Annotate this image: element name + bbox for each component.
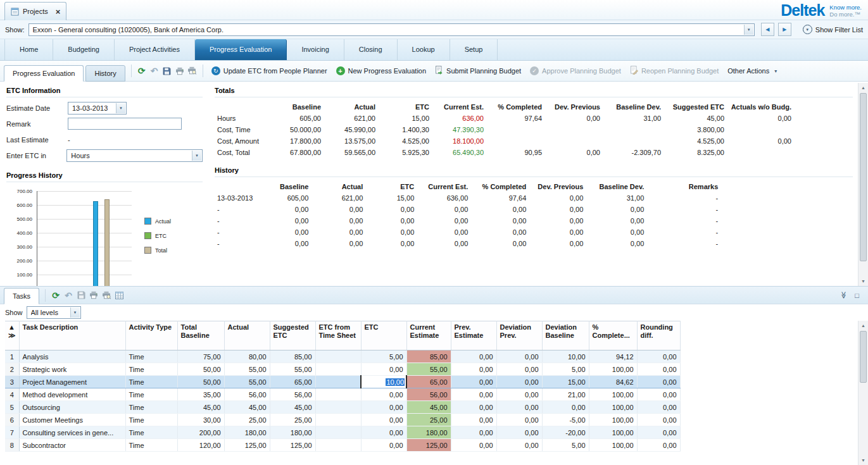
tab-closing[interactable]: Closing — [344, 39, 398, 60]
cell-deviation-baseline[interactable]: 5,00 — [542, 363, 589, 376]
cell-etc[interactable]: 0,00 — [361, 363, 406, 376]
column-header-deviation-baseline[interactable]: Deviation Baseline — [542, 321, 589, 350]
cell-percent-complete[interactable]: 94,12 — [589, 350, 637, 363]
upper-pane-scrollbar[interactable]: ▲ ▼ — [858, 83, 868, 286]
cell-actual[interactable]: 25,00 — [224, 414, 270, 426]
cell-rounding-diff[interactable]: 0,00 — [637, 426, 680, 439]
cell-current-estimate[interactable]: 56,00 — [406, 388, 451, 401]
cell-deviation-prev[interactable]: 0,00 — [496, 376, 542, 388]
cell-task-description[interactable]: Strategic work — [19, 363, 125, 376]
cell-task-description[interactable]: Customer Meetings — [19, 414, 125, 426]
cell-suggested-etc[interactable]: 180,00 — [270, 426, 315, 439]
task-row[interactable]: 4Method developmentTime35,0056,0056,000,… — [5, 388, 680, 401]
column-header-etc[interactable]: ETC — [361, 321, 406, 350]
task-row[interactable]: 7Consulting services in gene...Time200,0… — [5, 426, 680, 439]
column-header-activity-type[interactable]: Activity Type — [125, 321, 177, 350]
cell-etc[interactable]: 0,00 — [361, 414, 406, 426]
new-progress-evaluation-button[interactable]: + New Progress Evaluation — [332, 66, 431, 75]
estimate-date-select[interactable]: 13-03-2013 ▼ — [68, 102, 127, 115]
cell-activity-type[interactable]: Time — [125, 350, 177, 363]
cell-percent-complete[interactable]: 100,00 — [589, 401, 637, 414]
cell-rounding-diff[interactable]: 0,00 — [637, 350, 680, 363]
show-filter-list-button[interactable]: ▼ Show Filter List — [803, 25, 863, 34]
task-row[interactable]: 2Strategic workTime50,0055,0055,000,0055… — [5, 363, 680, 376]
column-header-actual[interactable]: Actual — [224, 321, 270, 350]
cell-rounding-diff[interactable]: 0,00 — [637, 439, 680, 452]
refresh-icon[interactable]: ⟳ — [135, 64, 148, 78]
dropdown-arrow-icon[interactable]: ▼ — [70, 307, 80, 318]
cell-total-baseline[interactable]: 200,00 — [177, 426, 224, 439]
cell-deviation-prev[interactable]: 0,00 — [496, 414, 542, 426]
cell-suggested-etc[interactable]: 45,00 — [270, 401, 315, 414]
cell-task-description[interactable]: Method development — [19, 388, 125, 401]
cell-total-baseline[interactable]: 75,00 — [177, 350, 224, 363]
cell-actual[interactable]: 55,00 — [224, 376, 270, 388]
cell-current-estimate[interactable]: 125,00 — [406, 439, 451, 452]
cell-deviation-prev[interactable]: 0,00 — [496, 401, 542, 414]
cell-prev-estimate[interactable]: 0,00 — [451, 426, 496, 439]
cell-prev-estimate[interactable]: 0,00 — [451, 376, 496, 388]
project-selector[interactable]: Exxon - General consulting (1020005), Ba… — [28, 23, 755, 36]
cell-row-number[interactable]: 7 — [5, 426, 19, 439]
cell-current-estimate[interactable]: 55,00 — [406, 363, 451, 376]
cell-prev-estimate[interactable]: 0,00 — [451, 401, 496, 414]
collapse-panel-icon[interactable]: ≫ — [840, 292, 848, 299]
print-icon[interactable] — [87, 288, 100, 302]
etc-edit-cell[interactable]: 10,00 — [361, 376, 406, 388]
column-header-suggested-etc[interactable]: Suggested ETC — [270, 321, 315, 350]
cell-deviation-prev[interactable]: 0,00 — [496, 363, 542, 376]
print-preview-icon[interactable] — [100, 288, 113, 302]
next-record-button[interactable]: ▶ — [778, 23, 791, 36]
cell-etc-from-time-sheet[interactable] — [315, 439, 361, 452]
cell-activity-type[interactable]: Time — [125, 439, 177, 452]
cell-row-number[interactable]: 1 — [5, 350, 19, 363]
cell-actual[interactable]: 80,00 — [224, 350, 270, 363]
refresh-icon[interactable]: ⟳ — [49, 288, 62, 302]
cell-activity-type[interactable]: Time — [125, 426, 177, 439]
cell-etc-from-time-sheet[interactable] — [315, 388, 361, 401]
cell-prev-estimate[interactable]: 0,00 — [451, 439, 496, 452]
column-header-prev-estimate[interactable]: Prev. Estimate — [451, 321, 496, 350]
task-row[interactable]: 5OutsourcingTime45,0045,0045,000,0045,00… — [5, 401, 680, 414]
tab-budgeting[interactable]: Budgeting — [53, 39, 115, 60]
cell-prev-estimate[interactable]: 0,00 — [451, 363, 496, 376]
cell-suggested-etc[interactable]: 65,00 — [270, 376, 315, 388]
tab-lookup[interactable]: Lookup — [398, 39, 450, 60]
column-header-current-estimate[interactable]: Current Estimate — [406, 321, 451, 350]
cell-row-number[interactable]: 6 — [5, 414, 19, 426]
cell-percent-complete[interactable]: 100,00 — [589, 439, 637, 452]
cell-total-baseline[interactable]: 50,00 — [177, 376, 224, 388]
save-icon[interactable] — [75, 288, 87, 302]
cell-etc-from-time-sheet[interactable] — [315, 350, 361, 363]
cell-percent-complete[interactable]: 100,00 — [589, 414, 637, 426]
cell-rounding-diff[interactable]: 0,00 — [637, 401, 680, 414]
cell-task-description[interactable]: Project Management — [19, 376, 125, 388]
cell-current-estimate[interactable]: 65,00 — [406, 376, 451, 388]
other-actions-button[interactable]: Other Actions ▾ — [723, 67, 781, 75]
cell-deviation-baseline[interactable]: 10,00 — [542, 350, 589, 363]
cell-actual[interactable]: 180,00 — [224, 426, 270, 439]
save-icon[interactable] — [161, 64, 173, 78]
cell-current-estimate[interactable]: 180,00 — [406, 426, 451, 439]
cell-etc[interactable]: 5,00 — [361, 350, 406, 363]
print-preview-icon[interactable] — [186, 64, 199, 78]
column-header-deviation-prev[interactable]: Deviation Prev. — [496, 321, 542, 350]
scroll-down-icon[interactable]: ▼ — [859, 456, 868, 465]
cell-etc[interactable]: 0,00 — [361, 388, 406, 401]
column-header-task-description[interactable]: Task Description — [19, 321, 125, 350]
cell-suggested-etc[interactable]: 85,00 — [270, 350, 315, 363]
undo-icon[interactable]: ↶ — [62, 288, 75, 302]
dropdown-arrow-icon[interactable]: ▼ — [744, 25, 753, 35]
task-row[interactable]: 8SubcontractorTime120,00125,00125,000,00… — [5, 439, 680, 452]
table-view-icon[interactable] — [113, 288, 125, 302]
undo-icon[interactable]: ↶ — [148, 64, 161, 78]
cell-activity-type[interactable]: Time — [125, 401, 177, 414]
cell-deviation-prev[interactable]: 0,00 — [496, 426, 542, 439]
cell-deviation-baseline[interactable]: 15,00 — [542, 376, 589, 388]
tab-progress-evaluation[interactable]: Progress Evaluation — [195, 39, 287, 60]
cell-deviation-prev[interactable]: 0,00 — [496, 439, 542, 452]
cell-activity-type[interactable]: Time — [125, 414, 177, 426]
print-icon[interactable] — [173, 64, 186, 78]
cell-rounding-diff[interactable]: 0,00 — [637, 414, 680, 426]
cell-current-estimate[interactable]: 25,00 — [406, 414, 451, 426]
